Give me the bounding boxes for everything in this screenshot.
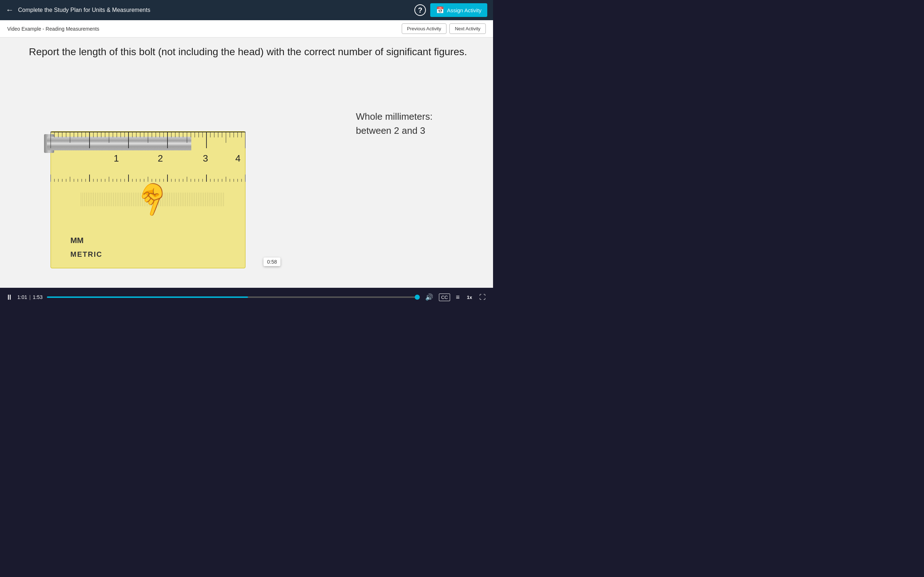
assign-activity-label: Assign Activity <box>447 7 481 13</box>
ruler-area: 1 2 3 4 MM METRIC ☝ <box>15 81 238 283</box>
transcript-button[interactable]: ≡ <box>454 293 461 301</box>
time-tooltip: 0:58 <box>263 258 281 266</box>
play-pause-button[interactable]: ⏸ <box>6 293 13 301</box>
ruler-metric-label: METRIC <box>70 250 102 259</box>
cc-button[interactable]: CC <box>439 293 450 301</box>
top-nav: ← Complete the Study Plan for Units & Me… <box>0 0 493 20</box>
question-area: Report the length of this bolt (not incl… <box>29 45 478 66</box>
ruler-number-2: 2 <box>158 153 163 164</box>
progress-thumb <box>415 295 420 300</box>
measurement-info: Whole millimeters: between 2 and 3 <box>356 110 472 138</box>
subtitle-bar: Video Example - Reading Measurements Pre… <box>0 20 493 37</box>
top-nav-left: ← Complete the Study Plan for Units & Me… <box>6 5 150 15</box>
activity-nav-buttons: Previous Activity Next Activity <box>402 23 486 34</box>
progress-bar[interactable] <box>47 297 419 298</box>
question-text: Report the length of this bolt (not incl… <box>29 45 478 59</box>
assign-activity-button[interactable]: 📅 Assign Activity <box>430 3 487 17</box>
ruler-numbers: 1 2 3 4 <box>50 131 246 182</box>
ruler-number-4: 4 <box>235 153 241 164</box>
progress-fill <box>47 297 248 298</box>
fullscreen-button[interactable]: ⛶ <box>478 293 487 301</box>
calendar-icon: 📅 <box>436 6 444 14</box>
back-button[interactable]: ← <box>6 5 14 15</box>
time-separator: | <box>29 294 31 300</box>
main-content: Report the length of this bolt (not incl… <box>0 37 493 288</box>
previous-activity-button[interactable]: Previous Activity <box>402 23 447 34</box>
speed-button[interactable]: 1x <box>465 294 473 301</box>
current-time-display: 1:01 | 1:53 <box>17 294 43 300</box>
volume-button[interactable]: 🔊 <box>424 293 435 301</box>
page-title: Complete the Study Plan for Units & Meas… <box>18 7 150 13</box>
next-activity-button[interactable]: Next Activity <box>449 23 486 34</box>
ruler-number-3: 3 <box>203 153 208 164</box>
video-controls: ⏸ 1:01 | 1:53 🔊 CC ≡ 1x ⛶ <box>0 288 493 306</box>
ruler-mm-label: MM <box>70 236 84 245</box>
help-button[interactable]: ? <box>414 4 426 16</box>
top-nav-right: ? 📅 Assign Activity <box>414 3 487 17</box>
slide-background: Report the length of this bolt (not incl… <box>0 37 493 288</box>
measurement-text-2: between 2 and 3 <box>356 124 472 138</box>
current-time: 1:01 <box>17 294 27 300</box>
video-area: Report the length of this bolt (not incl… <box>0 37 493 288</box>
total-time: 1:53 <box>33 294 43 300</box>
measurement-text-1: Whole millimeters: <box>356 110 472 124</box>
ruler-number-1: 1 <box>114 153 119 164</box>
activity-subtitle: Video Example - Reading Measurements <box>7 26 99 32</box>
